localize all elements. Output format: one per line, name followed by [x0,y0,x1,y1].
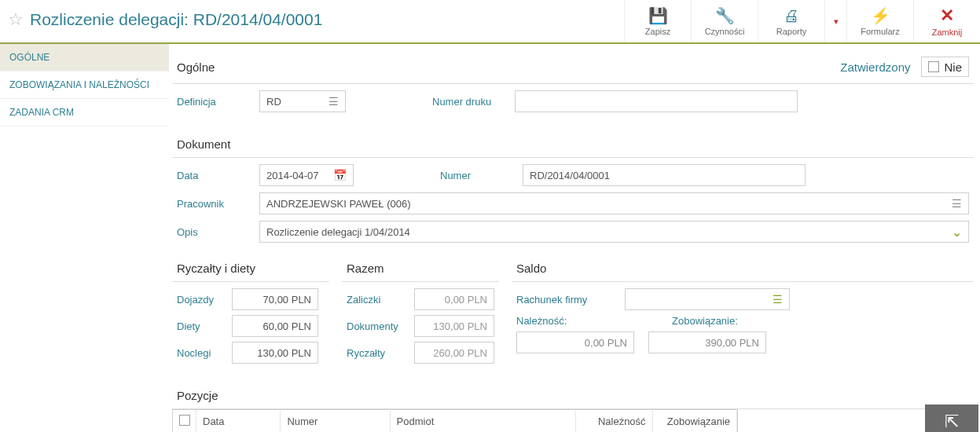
panel-ryczalty: Ryczałty i diety Dojazdy 70,00 PLN Diety… [172,255,329,375]
table-header: Data Numer Podmiot Należność Zobowiązani… [173,410,737,432]
panel-dokument: Dokument Data 2014-04-07 📅 Numer [172,131,974,255]
opis-input[interactable]: Rozliczenie delegacji 1/04/2014 ⌄ [259,221,969,243]
list-icon[interactable]: ☰ [952,197,962,210]
noclegi-input[interactable]: 130,00 PLN [232,342,318,364]
dojazdy-input[interactable]: 70,00 PLN [232,288,318,310]
col-numer[interactable]: Numer [281,411,390,432]
status-label: Zatwierdzony [840,60,910,74]
pracownik-value: ANDRZEJEWSKI PAWEŁ (006) [266,198,410,210]
pozycje-table: Data Numer Podmiot Należność Zobowiązani… [172,409,738,432]
reports-label: Raporty [776,27,807,36]
opis-label: Opis [177,226,251,238]
panel-saldo: Saldo Rachunek firmy ☰ Należność: Zobowi… [512,255,974,375]
ryczalty-sum-label: Ryczałty [347,347,414,359]
pracownik-label: Pracownik [177,198,251,210]
sidebar: OGÓLNE ZOBOWIĄZANIA I NALEŻNOŚCI ZADANIA… [0,44,169,432]
col-checkbox[interactable] [173,410,196,432]
list-icon[interactable]: ☰ [329,95,339,108]
zaliczki-label: Zaliczki [347,294,414,306]
zobowiazanie-value: 390,00 PLN [648,331,766,353]
ryczalty-sum-value: 260,00 PLN [414,342,494,364]
actions-label: Czynności [705,27,745,36]
header: ☆ Rozliczenie delegacji: RD/2014/04/0001… [0,0,980,44]
diety-input[interactable]: 60,00 PLN [232,315,318,337]
rachunek-label: Rachunek firmy [516,294,611,306]
numer-field[interactable] [530,165,798,185]
numer-label: Numer [440,170,515,181]
open-icon: ⇱ [945,412,959,432]
status-text: Nie [944,60,962,74]
close-button[interactable]: ✕ Zamknij [913,0,980,42]
naleznosc-label: Należność: [516,315,611,327]
calendar-icon[interactable]: 📅 [333,169,347,181]
save-button[interactable]: 💾 Zapisz [624,0,691,42]
definicja-input[interactable]: RD ☰ [259,90,346,112]
sidebar-item-zobowiazania[interactable]: ZOBOWIĄZANIA I NALEŻNOŚCI [0,71,169,99]
form-button[interactable]: ⚡ Formularz [846,0,913,42]
dokumenty-value: 130,00 PLN [414,315,494,337]
numer-druku-field[interactable] [522,91,791,112]
dojazdy-label: Dojazdy [177,294,232,306]
diety-label: Diety [177,320,232,332]
bolt-icon: ⚡ [871,6,890,25]
save-icon: 💾 [648,6,668,25]
chevron-down-icon[interactable]: ⌄ [952,225,962,240]
data-input[interactable]: 2014-04-07 📅 [259,164,354,186]
pracownik-input[interactable]: ANDRZEJEWSKI PAWEŁ (006) ☰ [259,192,969,214]
favorite-star-icon[interactable]: ☆ [8,9,24,30]
col-zobowiazanie[interactable]: Zobowiązanie [653,411,737,432]
section-title-dokument: Dokument [177,137,230,151]
status-value[interactable]: Nie [921,57,969,77]
checkbox-icon [179,415,190,426]
numer-druku-input[interactable] [515,90,798,112]
summary-columns: Ryczałty i diety Dojazdy 70,00 PLN Diety… [172,255,974,375]
definicja-label: Definicja [177,96,251,108]
data-value: 2014-04-07 [266,170,319,181]
definicja-value: RD [266,96,281,108]
col-data[interactable]: Data [196,411,281,432]
close-label: Zamknij [932,27,963,37]
zobowiazanie-label: Zobowiązanie: [672,315,738,327]
section-title-saldo: Saldo [516,262,546,275]
panel-pozycje: Pozycje Data Numer Podmiot Należność Zob… [172,383,974,432]
col-naleznosc[interactable]: Należność [576,411,652,432]
panel-razem: Razem Zaliczki 0,00 PLN Dokumenty 130,00… [342,255,499,375]
save-label: Zapisz [645,27,670,36]
toolbar: 💾 Zapisz 🔧 Czynności 🖨 Raporty ▾ ⚡ Formu… [624,0,980,42]
sidebar-item-zadania-crm[interactable]: ZADANIA CRM [0,99,169,126]
reports-button[interactable]: 🖨 Raporty [758,0,824,42]
section-title-razem: Razem [347,262,384,275]
panel-ogolne: Ogólne Zatwierdzony Nie Definicja RD [172,50,974,125]
caret-down-icon: ▾ [834,16,839,27]
reports-dropdown-button[interactable]: ▾ [824,0,846,42]
page-title: Rozliczenie delegacji: RD/2014/04/0001 [30,10,322,29]
numer-druku-label: Numer druku [432,96,507,108]
open-button[interactable]: ⇱ Otwórz [925,405,978,432]
zaliczki-value: 0,00 PLN [414,288,494,310]
sidebar-item-ogolne[interactable]: OGÓLNE [0,44,169,71]
actions-button[interactable]: 🔧 Czynności [691,0,758,42]
opis-value: Rozliczenie delegacji 1/04/2014 [266,226,410,238]
close-icon: ✕ [940,5,954,26]
dokumenty-label: Dokumenty [347,320,414,332]
rachunek-input[interactable]: ☰ [625,288,790,310]
section-title-pozycje: Pozycje [177,389,218,402]
wrench-icon: 🔧 [715,6,735,25]
col-podmiot[interactable]: Podmiot [391,411,577,432]
noclegi-label: Noclegi [177,347,232,359]
main-content: Ogólne Zatwierdzony Nie Definicja RD [169,44,980,432]
numer-input[interactable] [523,164,806,186]
printer-icon: 🖨 [784,7,799,25]
rachunek-field[interactable] [632,289,773,309]
form-label: Formularz [861,27,900,36]
naleznosc-value: 0,00 PLN [516,331,634,353]
list-icon[interactable]: ☰ [773,293,783,306]
section-title-ryczalty: Ryczałty i diety [177,262,255,275]
checkbox-icon [928,61,939,72]
section-title-ogolne: Ogólne [177,60,215,74]
data-label: Data [177,170,251,181]
